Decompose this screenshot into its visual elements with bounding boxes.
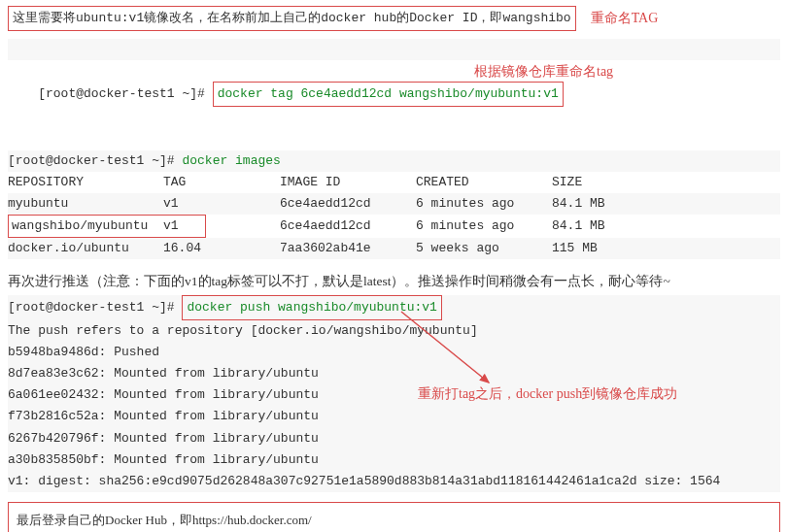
table-row: wangshibo/myubuntuv16ce4aedd12cd6 minute… (8, 215, 780, 238)
final-line: 最后登录自己的Docker Hub，即https://hub.docker.co… (17, 509, 771, 532)
final-instructions-box: 最后登录自己的Docker Hub，即https://hub.docker.co… (8, 502, 780, 532)
push-output-line: a30b835850bf: Mounted from library/ubunt… (8, 449, 780, 471)
table-row: myubuntuv16ce4aedd12cd6 minutes ago84.1 … (8, 193, 780, 215)
push-output-line: v1: digest: sha256:e9cd9075d262848a307c9… (8, 471, 780, 492)
prompt: [root@docker-test1 ~]# (38, 86, 205, 101)
push-success-annotation: 重新打tag之后，docker push到镜像仓库成功 (418, 382, 677, 406)
highlighted-row: wangshibo/myubuntuv1 (8, 215, 206, 238)
docker-tag-cmd: docker tag 6ce4aedd12cd wangshibo/myubun… (213, 82, 564, 107)
rename-sentence-box: 这里需要将ubuntu:v1镜像改名，在名称前加上自己的docker hub的D… (8, 6, 576, 31)
prompt: [root@docker-test1 ~]# (8, 300, 175, 315)
rename-tag-label: 重命名TAG (591, 7, 659, 30)
docker-push-cmd: docker push wangshibo/myubuntu:v1 (182, 295, 441, 320)
docker-push-line: [root@docker-test1 ~]# docker push wangs… (8, 295, 780, 320)
header-created: CREATED (416, 172, 552, 193)
docker-images-cmd: docker images (182, 153, 280, 168)
rename-instruction-row: 这里需要将ubuntu:v1镜像改名，在名称前加上自己的docker hub的D… (8, 6, 780, 31)
table-row: docker.io/ubuntu16.047aa3602ab41e5 weeks… (8, 238, 780, 259)
push-output-line: f73b2816c52a: Mounted from library/ubunt… (8, 406, 780, 427)
header-tag: TAG (163, 172, 280, 193)
header-repo: REPOSITORY (8, 172, 163, 193)
docker-images-line: [root@docker-test1 ~]# docker images (8, 150, 780, 172)
push-note: 再次进行推送（注意：下面的v1的tag标签可以不打，默认是latest）。推送操… (8, 271, 780, 293)
prompt: [root@docker-test1 ~]# (8, 153, 175, 168)
header-id: IMAGE ID (280, 172, 416, 193)
images-header: REPOSITORYTAGIMAGE IDCREATEDSIZE (8, 172, 780, 193)
push-output-line: b5948ba9486d: Pushed (8, 342, 780, 363)
push-output-line: The push refers to a repository [docker.… (8, 320, 780, 342)
tag-annotation: 根据镜像仓库重命名tag (474, 60, 613, 83)
header-size: SIZE (552, 172, 582, 193)
push-output-line: 6267b420796f: Mounted from library/ubunt… (8, 428, 780, 449)
docker-tag-line: [root@docker-test1 ~]# docker tag 6ce4ae… (8, 60, 780, 150)
